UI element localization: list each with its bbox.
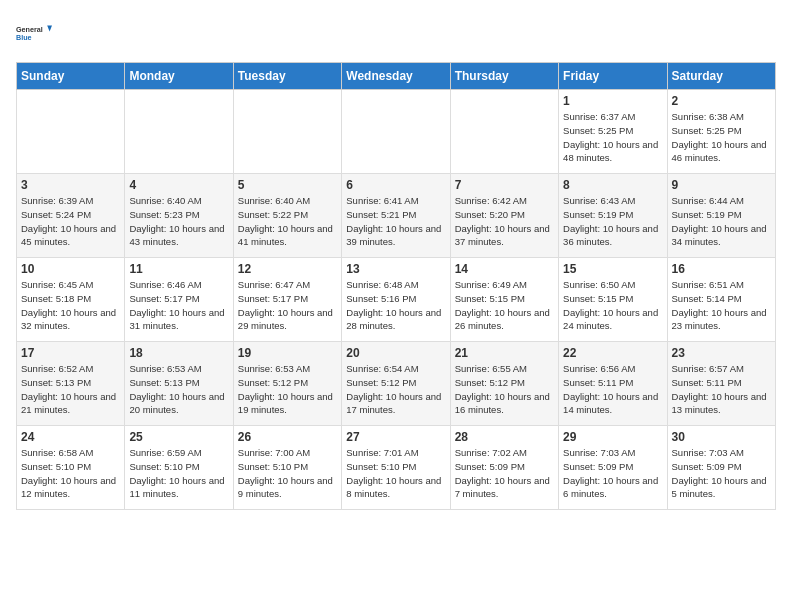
calendar-cell: 26Sunrise: 7:00 AM Sunset: 5:10 PM Dayli…: [233, 426, 341, 510]
day-info: Sunrise: 6:46 AM Sunset: 5:17 PM Dayligh…: [129, 278, 228, 333]
day-header-friday: Friday: [559, 63, 667, 90]
day-number: 1: [563, 94, 662, 108]
calendar-cell: 25Sunrise: 6:59 AM Sunset: 5:10 PM Dayli…: [125, 426, 233, 510]
day-number: 14: [455, 262, 554, 276]
calendar-cell: 18Sunrise: 6:53 AM Sunset: 5:13 PM Dayli…: [125, 342, 233, 426]
calendar-cell: 14Sunrise: 6:49 AM Sunset: 5:15 PM Dayli…: [450, 258, 558, 342]
calendar-cell: 4Sunrise: 6:40 AM Sunset: 5:23 PM Daylig…: [125, 174, 233, 258]
day-number: 8: [563, 178, 662, 192]
day-number: 15: [563, 262, 662, 276]
calendar-cell: 5Sunrise: 6:40 AM Sunset: 5:22 PM Daylig…: [233, 174, 341, 258]
day-info: Sunrise: 6:58 AM Sunset: 5:10 PM Dayligh…: [21, 446, 120, 501]
day-info: Sunrise: 6:56 AM Sunset: 5:11 PM Dayligh…: [563, 362, 662, 417]
calendar-header-row: SundayMondayTuesdayWednesdayThursdayFrid…: [17, 63, 776, 90]
calendar-week-row: 10Sunrise: 6:45 AM Sunset: 5:18 PM Dayli…: [17, 258, 776, 342]
day-info: Sunrise: 6:45 AM Sunset: 5:18 PM Dayligh…: [21, 278, 120, 333]
day-info: Sunrise: 7:02 AM Sunset: 5:09 PM Dayligh…: [455, 446, 554, 501]
day-info: Sunrise: 6:53 AM Sunset: 5:12 PM Dayligh…: [238, 362, 337, 417]
day-number: 6: [346, 178, 445, 192]
day-header-thursday: Thursday: [450, 63, 558, 90]
day-header-tuesday: Tuesday: [233, 63, 341, 90]
day-info: Sunrise: 6:42 AM Sunset: 5:20 PM Dayligh…: [455, 194, 554, 249]
calendar-cell: 2Sunrise: 6:38 AM Sunset: 5:25 PM Daylig…: [667, 90, 775, 174]
day-info: Sunrise: 6:57 AM Sunset: 5:11 PM Dayligh…: [672, 362, 771, 417]
calendar-cell: 16Sunrise: 6:51 AM Sunset: 5:14 PM Dayli…: [667, 258, 775, 342]
day-info: Sunrise: 6:53 AM Sunset: 5:13 PM Dayligh…: [129, 362, 228, 417]
calendar-cell: 28Sunrise: 7:02 AM Sunset: 5:09 PM Dayli…: [450, 426, 558, 510]
day-number: 3: [21, 178, 120, 192]
calendar-cell: 17Sunrise: 6:52 AM Sunset: 5:13 PM Dayli…: [17, 342, 125, 426]
calendar-week-row: 3Sunrise: 6:39 AM Sunset: 5:24 PM Daylig…: [17, 174, 776, 258]
day-info: Sunrise: 6:43 AM Sunset: 5:19 PM Dayligh…: [563, 194, 662, 249]
day-info: Sunrise: 7:00 AM Sunset: 5:10 PM Dayligh…: [238, 446, 337, 501]
day-info: Sunrise: 6:38 AM Sunset: 5:25 PM Dayligh…: [672, 110, 771, 165]
day-info: Sunrise: 6:40 AM Sunset: 5:22 PM Dayligh…: [238, 194, 337, 249]
day-number: 18: [129, 346, 228, 360]
calendar-cell: 19Sunrise: 6:53 AM Sunset: 5:12 PM Dayli…: [233, 342, 341, 426]
day-number: 12: [238, 262, 337, 276]
day-info: Sunrise: 6:47 AM Sunset: 5:17 PM Dayligh…: [238, 278, 337, 333]
day-info: Sunrise: 6:41 AM Sunset: 5:21 PM Dayligh…: [346, 194, 445, 249]
calendar-cell: 30Sunrise: 7:03 AM Sunset: 5:09 PM Dayli…: [667, 426, 775, 510]
day-info: Sunrise: 6:37 AM Sunset: 5:25 PM Dayligh…: [563, 110, 662, 165]
day-number: 17: [21, 346, 120, 360]
day-number: 25: [129, 430, 228, 444]
day-number: 28: [455, 430, 554, 444]
calendar-cell: 1Sunrise: 6:37 AM Sunset: 5:25 PM Daylig…: [559, 90, 667, 174]
calendar-cell: [342, 90, 450, 174]
calendar-cell: 9Sunrise: 6:44 AM Sunset: 5:19 PM Daylig…: [667, 174, 775, 258]
day-number: 13: [346, 262, 445, 276]
day-number: 5: [238, 178, 337, 192]
day-info: Sunrise: 6:51 AM Sunset: 5:14 PM Dayligh…: [672, 278, 771, 333]
day-number: 21: [455, 346, 554, 360]
calendar-cell: [125, 90, 233, 174]
day-number: 4: [129, 178, 228, 192]
day-number: 26: [238, 430, 337, 444]
day-number: 27: [346, 430, 445, 444]
day-info: Sunrise: 6:54 AM Sunset: 5:12 PM Dayligh…: [346, 362, 445, 417]
day-number: 29: [563, 430, 662, 444]
calendar-cell: 13Sunrise: 6:48 AM Sunset: 5:16 PM Dayli…: [342, 258, 450, 342]
calendar-cell: 11Sunrise: 6:46 AM Sunset: 5:17 PM Dayli…: [125, 258, 233, 342]
calendar-cell: 21Sunrise: 6:55 AM Sunset: 5:12 PM Dayli…: [450, 342, 558, 426]
day-info: Sunrise: 6:49 AM Sunset: 5:15 PM Dayligh…: [455, 278, 554, 333]
day-number: 19: [238, 346, 337, 360]
day-number: 7: [455, 178, 554, 192]
calendar-cell: 12Sunrise: 6:47 AM Sunset: 5:17 PM Dayli…: [233, 258, 341, 342]
calendar-cell: 20Sunrise: 6:54 AM Sunset: 5:12 PM Dayli…: [342, 342, 450, 426]
calendar-cell: 7Sunrise: 6:42 AM Sunset: 5:20 PM Daylig…: [450, 174, 558, 258]
calendar-cell: 23Sunrise: 6:57 AM Sunset: 5:11 PM Dayli…: [667, 342, 775, 426]
day-info: Sunrise: 7:01 AM Sunset: 5:10 PM Dayligh…: [346, 446, 445, 501]
day-header-wednesday: Wednesday: [342, 63, 450, 90]
day-number: 2: [672, 94, 771, 108]
day-info: Sunrise: 7:03 AM Sunset: 5:09 PM Dayligh…: [672, 446, 771, 501]
day-number: 24: [21, 430, 120, 444]
calendar-cell: 10Sunrise: 6:45 AM Sunset: 5:18 PM Dayli…: [17, 258, 125, 342]
calendar-cell: 15Sunrise: 6:50 AM Sunset: 5:15 PM Dayli…: [559, 258, 667, 342]
day-header-monday: Monday: [125, 63, 233, 90]
calendar-cell: [450, 90, 558, 174]
day-header-sunday: Sunday: [17, 63, 125, 90]
calendar-cell: [17, 90, 125, 174]
svg-text:Blue: Blue: [16, 33, 32, 42]
logo: General Blue: [16, 16, 52, 52]
calendar-cell: [233, 90, 341, 174]
day-info: Sunrise: 6:40 AM Sunset: 5:23 PM Dayligh…: [129, 194, 228, 249]
calendar-cell: 3Sunrise: 6:39 AM Sunset: 5:24 PM Daylig…: [17, 174, 125, 258]
calendar-cell: 27Sunrise: 7:01 AM Sunset: 5:10 PM Dayli…: [342, 426, 450, 510]
logo-icon: General Blue: [16, 16, 52, 52]
day-info: Sunrise: 6:39 AM Sunset: 5:24 PM Dayligh…: [21, 194, 120, 249]
day-number: 20: [346, 346, 445, 360]
day-info: Sunrise: 6:52 AM Sunset: 5:13 PM Dayligh…: [21, 362, 120, 417]
day-info: Sunrise: 6:48 AM Sunset: 5:16 PM Dayligh…: [346, 278, 445, 333]
calendar-cell: 8Sunrise: 6:43 AM Sunset: 5:19 PM Daylig…: [559, 174, 667, 258]
day-info: Sunrise: 6:59 AM Sunset: 5:10 PM Dayligh…: [129, 446, 228, 501]
day-info: Sunrise: 6:55 AM Sunset: 5:12 PM Dayligh…: [455, 362, 554, 417]
svg-text:General: General: [16, 25, 43, 34]
calendar-week-row: 1Sunrise: 6:37 AM Sunset: 5:25 PM Daylig…: [17, 90, 776, 174]
calendar-week-row: 24Sunrise: 6:58 AM Sunset: 5:10 PM Dayli…: [17, 426, 776, 510]
calendar-cell: 6Sunrise: 6:41 AM Sunset: 5:21 PM Daylig…: [342, 174, 450, 258]
day-number: 9: [672, 178, 771, 192]
day-info: Sunrise: 7:03 AM Sunset: 5:09 PM Dayligh…: [563, 446, 662, 501]
day-number: 16: [672, 262, 771, 276]
